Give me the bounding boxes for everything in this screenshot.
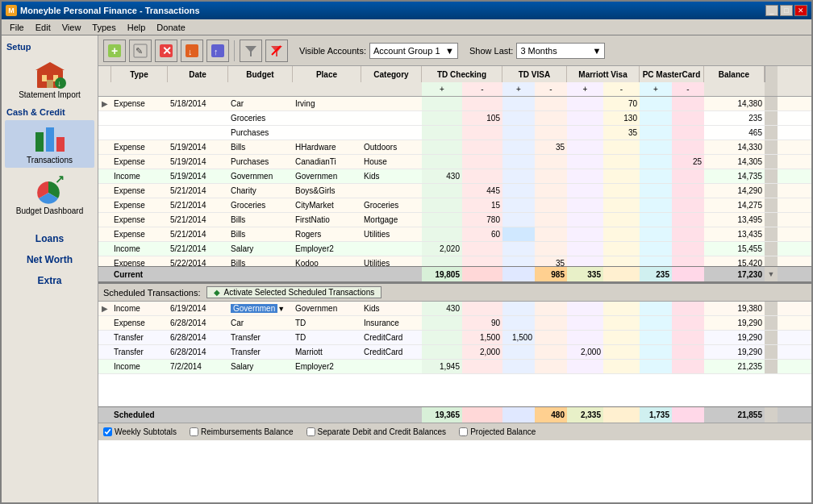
- sidebar-label-budget: Budget Dashboard: [16, 206, 83, 215]
- row-tdv-plus: [502, 97, 535, 110]
- transactions-area: Type Date Budget Place Category TD Check…: [98, 66, 811, 502]
- subh-m-minus: -: [603, 82, 640, 96]
- sidebar-item-loans[interactable]: Loans: [5, 230, 94, 248]
- col-h-budget: Budget: [228, 66, 293, 82]
- svg-rect-9: [56, 137, 65, 152]
- col-h-date: Date: [168, 66, 228, 82]
- col-h-place: Place: [293, 66, 361, 82]
- scheduled-row[interactable]: Income 7/2/2014 Salary Employer2 1,945: [98, 360, 811, 374]
- subh-tdv-plus: +: [502, 82, 535, 96]
- sidebar: Setup ↓ Statement Impo: [2, 35, 98, 502]
- export-button[interactable]: ↑: [206, 40, 229, 62]
- sidebar-label-loans: Loans: [35, 233, 64, 244]
- projected-balance-label: Projected Balance: [470, 427, 536, 436]
- projected-balance-check[interactable]: Projected Balance: [459, 427, 536, 436]
- row-category: [361, 97, 422, 110]
- sched-tdv-minus: 480: [535, 407, 567, 423]
- main-window: M Moneyble Personal Finance - Transactio…: [0, 0, 813, 504]
- sidebar-label-statement-import: Statement Import: [19, 90, 81, 99]
- scheduled-row[interactable]: Transfer 6/28/2014 Transfer TD CreditCar…: [98, 331, 811, 345]
- clear-filter-button[interactable]: [265, 40, 288, 62]
- add-transaction-button[interactable]: +: [103, 40, 126, 62]
- title-bar: M Moneyble Personal Finance - Transactio…: [2, 2, 811, 19]
- subh-tdc-plus: +: [422, 82, 462, 96]
- table-row[interactable]: ▶ Expense 5/18/2014 Car Irving 70: [98, 97, 811, 111]
- col-h-arrow: [98, 66, 111, 82]
- menu-help[interactable]: Help: [123, 22, 151, 33]
- transactions-scroll[interactable]: ▶ Expense 5/18/2014 Car Irving 70: [98, 97, 811, 266]
- current-pc-minus: [672, 267, 704, 281]
- edit-transaction-button[interactable]: ✎: [129, 40, 152, 62]
- sidebar-item-budget-dashboard[interactable]: ↗ Budget Dashboard: [5, 171, 94, 219]
- scheduled-row[interactable]: Expense 6/28/2014 Car TD Insurance 90: [98, 316, 811, 331]
- activate-scheduled-button[interactable]: ◆ Activate Selected Scheduled Transactio…: [206, 286, 381, 298]
- subh-tdv-minus: -: [535, 82, 567, 96]
- show-last-value: 3 Months: [520, 46, 557, 56]
- weekly-subtotals-check[interactable]: Weekly Subtotals: [103, 427, 177, 436]
- menu-view[interactable]: View: [57, 22, 86, 33]
- svg-rect-2: [42, 75, 47, 81]
- weekly-subtotals-checkbox[interactable]: [103, 427, 112, 436]
- svg-text:✎: ✎: [136, 46, 143, 56]
- svg-marker-22: [245, 46, 256, 56]
- projected-balance-checkbox[interactable]: [459, 427, 468, 436]
- current-pc-plus: 235: [640, 267, 672, 281]
- sidebar-item-extra[interactable]: Extra: [5, 272, 94, 289]
- reimbursements-checkbox[interactable]: [190, 427, 198, 436]
- menu-types[interactable]: Types: [87, 22, 120, 33]
- table-row[interactable]: Expense 5/19/2014 Bills HHardware Outdoo…: [98, 140, 811, 155]
- svg-text:↓: ↓: [57, 79, 61, 88]
- scheduled-row[interactable]: ▶ Income 6/19/2014 Governmen ▼ Governmen…: [98, 302, 811, 316]
- sidebar-label-net-worth: Net Worth: [27, 254, 73, 265]
- table-row[interactable]: Expense 5/21/2014 Groceries CityMarket G…: [98, 198, 811, 213]
- table-row[interactable]: Expense 5/21/2014 Bills FirstNatio Mortg…: [98, 213, 811, 227]
- separate-balances-check[interactable]: Separate Debit and Credit Balances: [306, 427, 447, 436]
- sidebar-label-transactions: Transactions: [27, 156, 73, 165]
- col-h-marriott: Marriott Visa: [567, 66, 640, 82]
- account-group-dropdown[interactable]: Account Group 1 ▼: [369, 43, 458, 59]
- table-row[interactable]: Expense 5/22/2014 Bills Kodoo Utilities …: [98, 256, 811, 266]
- filter-button[interactable]: [240, 40, 262, 62]
- menu-donate[interactable]: Donate: [152, 22, 190, 33]
- current-tdv-minus: 985: [535, 267, 567, 281]
- row-tdv-minus: [535, 97, 567, 110]
- table-row[interactable]: Income 5/19/2014 Governmen Governmen Kid…: [98, 169, 811, 184]
- current-tdc-minus: [462, 267, 502, 281]
- scheduled-scroll[interactable]: ▶ Income 6/19/2014 Governmen ▼ Governmen…: [98, 302, 811, 406]
- close-button[interactable]: ✕: [794, 5, 807, 16]
- minimize-button[interactable]: _: [765, 5, 778, 16]
- import-button[interactable]: ↓: [181, 40, 203, 62]
- row-pc-plus: [640, 97, 672, 110]
- subh-pc-plus: +: [640, 82, 672, 96]
- sidebar-item-statement-import[interactable]: ↓ Statement Import: [5, 55, 94, 102]
- row-tdc-plus: [422, 97, 462, 110]
- svg-rect-7: [35, 132, 44, 152]
- scheduled-row[interactable]: Transfer 6/28/2014 Transfer Marriott Cre…: [98, 345, 811, 360]
- table-row[interactable]: Income 5/21/2014 Salary Employer2 2,020: [98, 242, 811, 256]
- row-type: Expense: [111, 97, 168, 110]
- maximize-button[interactable]: □: [780, 5, 793, 16]
- reimbursements-check[interactable]: Reimbursements Balance: [190, 427, 294, 436]
- table-row[interactable]: Expense 5/21/2014 Charity Boys&Girls 445: [98, 184, 811, 198]
- separate-balances-checkbox[interactable]: [306, 427, 315, 436]
- table-row[interactable]: Expense 5/19/2014 Purchases CanadianTi H…: [98, 155, 811, 169]
- transactions-icon: [31, 123, 69, 156]
- menu-file[interactable]: File: [5, 22, 29, 33]
- current-label: Current: [111, 267, 168, 281]
- svg-text:↑: ↑: [214, 47, 219, 56]
- table-row[interactable]: Groceries 105 130 235: [98, 111, 811, 126]
- visible-accounts-label: Visible Accounts:: [299, 46, 366, 56]
- current-tdc-plus: 19,805: [422, 267, 462, 281]
- subh-m-plus: +: [567, 82, 603, 96]
- table-row[interactable]: Purchases 35 465: [98, 126, 811, 140]
- sidebar-item-net-worth[interactable]: Net Worth: [5, 251, 94, 269]
- table-row[interactable]: Expense 5/21/2014 Bills Rogers Utilities…: [98, 227, 811, 242]
- col-h-td-checking: TD Checking: [422, 66, 502, 82]
- sidebar-item-transactions[interactable]: Transactions: [5, 120, 94, 168]
- delete-transaction-button[interactable]: ✕: [155, 40, 177, 62]
- show-last-dropdown[interactable]: 3 Months ▼: [516, 43, 605, 59]
- row-m-minus: 70: [603, 97, 640, 110]
- col-h-td-visa: TD VISA: [502, 66, 567, 82]
- col-h-balance: Balance: [704, 66, 765, 82]
- menu-edit[interactable]: Edit: [31, 22, 56, 33]
